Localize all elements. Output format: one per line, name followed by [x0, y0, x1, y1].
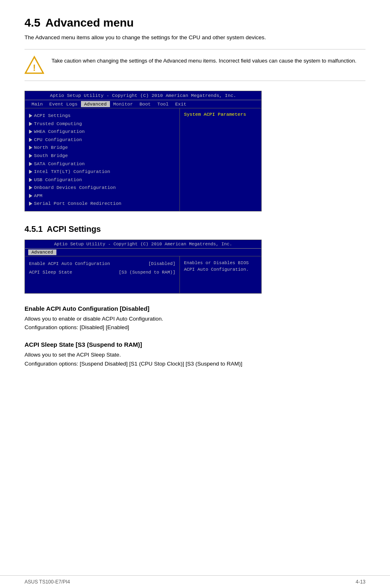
bios-item-whea[interactable]: WHEA Configuration [29, 128, 175, 136]
bios-acpi-row1-label: Enable ACPI Auto Configuration [29, 260, 110, 268]
bios-acpi-content: Enable ACPI Auto Configuration [Disabled… [25, 256, 261, 293]
option-1-heading: Enable ACPI Auto Configuration [Disabled… [25, 305, 365, 312]
bios-item-sata[interactable]: SATA Configuration [29, 160, 175, 168]
bios-acpi-row2-label: ACPI Sleep State [29, 268, 72, 277]
bios-acpi-right-text: Enables or Disables BIOS ACPI Auto Confi… [184, 260, 249, 272]
option-2-heading: ACPI Sleep State [S3 (Suspend to RAM)] [25, 341, 365, 348]
bios-acpi-left: Enable ACPI Auto Configuration [Disabled… [25, 256, 179, 293]
bios-main-content: ACPI Settings Trusted Computing WHEA Con… [25, 108, 261, 211]
bios-acpi-row2-value[interactable]: [S3 (Suspend to RAM)] [119, 268, 175, 277]
subsection-heading: 4.5.1ACPI Settings [25, 224, 365, 234]
intro-text: The Advanced menu items allow you to cha… [25, 34, 365, 42]
bios-item-north[interactable]: North Bridge [29, 144, 175, 152]
bios-acpi-row1-value[interactable]: [Disabled] [148, 260, 175, 268]
menu-eventlogs[interactable]: Event Logs [46, 101, 81, 107]
bios-acpi-right: Enables or Disables BIOS ACPI Auto Confi… [179, 256, 261, 293]
bios-acpi-titlebar: Aptio Setup Utility - Copyright (C) 2010… [25, 240, 261, 249]
bios-main-items: ACPI Settings Trusted Computing WHEA Con… [25, 108, 179, 211]
page-footer: ASUS TS100-E7/PI4 4-13 [0, 575, 390, 588]
caution-icon: ! [25, 55, 44, 75]
bios-item-usb[interactable]: USB Configuration [29, 176, 175, 184]
page-content: 4.5Advanced menu The Advanced menu items… [25, 16, 365, 368]
section-number: 4.5 [25, 16, 40, 29]
bios-item-trusted[interactable]: Trusted Computing [29, 120, 175, 128]
subsection-number: 4.5.1 [25, 224, 43, 233]
footer-left: ASUS TS100-E7/PI4 [25, 579, 70, 585]
menu-tool[interactable]: Tool [154, 101, 172, 107]
bios-item-intel[interactable]: Intel TXT(LT) Configuration [29, 168, 175, 176]
bios-acpi-menubar: Advanced [25, 249, 261, 256]
menu-advanced[interactable]: Advanced [81, 101, 110, 107]
footer-right: 4-13 [356, 579, 365, 585]
caution-text: Take caution when changing the settings … [52, 55, 356, 65]
menu-main[interactable]: Main [28, 101, 46, 107]
svg-text:!: ! [33, 63, 36, 73]
bios-acpi-screen: Aptio Setup Utility - Copyright (C) 2010… [25, 240, 262, 294]
bios-main-screen: Aptio Setup Utility - Copyright (C) 2010… [25, 91, 262, 211]
bios-acpi-row2: ACPI Sleep State [S3 (Suspend to RAM)] [29, 268, 175, 277]
bios-acpi-row1: Enable ACPI Auto Configuration [Disabled… [29, 260, 175, 268]
bios-item-cpu[interactable]: CPU Configuration [29, 136, 175, 144]
bios-item-onboard[interactable]: Onboard Devices Configuration [29, 184, 175, 192]
menu-exit[interactable]: Exit [172, 101, 190, 107]
menu-boot[interactable]: Boot [136, 101, 154, 107]
bios-main-right-title: System ACPI Parameters [184, 112, 246, 117]
option-2-body: Allows you to set the ACPI Sleep State.C… [25, 350, 365, 368]
bios-item-south[interactable]: South Bridge [29, 152, 175, 160]
caution-box: ! Take caution when changing the setting… [25, 49, 365, 81]
bios-main-menubar: Main Event Logs Advanced Monitor Boot To… [25, 100, 261, 108]
bios-acpi-menu-advanced[interactable]: Advanced [28, 249, 56, 255]
options-section: Enable ACPI Auto Configuration [Disabled… [25, 305, 365, 368]
section-title: Advanced menu [45, 16, 134, 29]
bios-item-serial[interactable]: Serial Port Console Redirection [29, 200, 175, 208]
section-heading: 4.5Advanced menu [25, 16, 365, 29]
subsection-title: ACPI Settings [47, 224, 101, 233]
option-1-body: Allows you to enable or disable ACPI Aut… [25, 314, 365, 332]
bios-item-acpi[interactable]: ACPI Settings [29, 112, 175, 120]
menu-monitor[interactable]: Monitor [110, 101, 136, 107]
bios-item-apm[interactable]: APM [29, 192, 175, 200]
bios-main-right: System ACPI Parameters [179, 108, 261, 211]
bios-main-titlebar: Aptio Setup Utility - Copyright (C) 2010… [25, 91, 261, 100]
